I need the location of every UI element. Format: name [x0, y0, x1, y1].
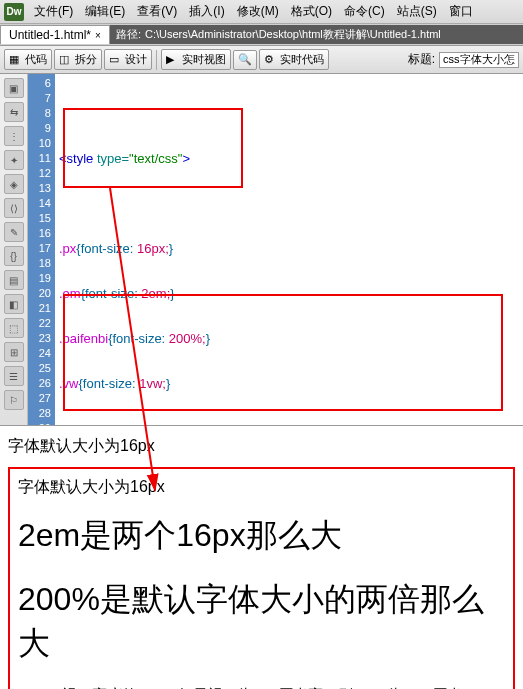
livecode-icon: ⚙ — [264, 53, 278, 67]
tool-icon-4[interactable]: ✦ — [4, 150, 24, 170]
tool-icon-10[interactable]: ◧ — [4, 294, 24, 314]
dreamweaver-logo: Dw — [4, 3, 24, 21]
title-input[interactable] — [439, 52, 519, 68]
path-bar: 路径: C:\Users\Administrator\Desktop\html教… — [110, 25, 523, 44]
tab-bar: Untitled-1.html* × 路径: C:\Users\Administ… — [0, 24, 523, 46]
menu-insert[interactable]: 插入(I) — [183, 1, 230, 22]
tool-icon-11[interactable]: ⬚ — [4, 318, 24, 338]
editor-area: ▣ ⇆ ⋮ ✦ ◈ ⟨⟩ ✎ {} ▤ ◧ ⬚ ⊞ ☰ ⚐ 6789101112… — [0, 74, 523, 426]
preview-em-text: 2em是两个16px那么大 — [18, 514, 505, 558]
close-icon[interactable]: × — [95, 30, 101, 41]
tool-icon-6[interactable]: ⟨⟩ — [4, 198, 24, 218]
path-value: C:\Users\Administrator\Desktop\html教程讲解\… — [145, 27, 441, 42]
menubar: Dw 文件(F) 编辑(E) 查看(V) 插入(I) 修改(M) 格式(O) 命… — [0, 0, 523, 24]
preview-px-text: 字体默认大小为16px — [18, 477, 505, 498]
separator — [156, 50, 157, 70]
preview-default-text: 字体默认大小为16px — [8, 436, 515, 457]
preview-pane: 字体默认大小为16px 字体默认大小为16px 2em是两个16px那么大 20… — [0, 426, 523, 689]
tool-icon-12[interactable]: ⊞ — [4, 342, 24, 362]
path-label: 路径: — [116, 27, 141, 42]
tool-icon-5[interactable]: ◈ — [4, 174, 24, 194]
menu-command[interactable]: 命令(C) — [338, 1, 391, 22]
code-toolbar: ▣ ⇆ ⋮ ✦ ◈ ⟨⟩ ✎ {} ▤ ◧ ⬚ ⊞ ☰ ⚐ — [0, 74, 28, 425]
tool-icon-3[interactable]: ⋮ — [4, 126, 24, 146]
live-icon: ▶ — [166, 53, 180, 67]
document-tab[interactable]: Untitled-1.html* × — [0, 25, 110, 44]
menu-view[interactable]: 查看(V) — [131, 1, 183, 22]
menu-file[interactable]: 文件(F) — [28, 1, 79, 22]
tool-icon-1[interactable]: ▣ — [4, 78, 24, 98]
view-toolbar: ▦代码 ◫拆分 ▭设计 ▶实时视图 🔍 ⚙实时代码 标题: — [0, 46, 523, 74]
menu-window[interactable]: 窗口 — [443, 1, 479, 22]
inspect-icon: 🔍 — [238, 53, 252, 67]
title-label: 标题: — [408, 51, 435, 68]
split-view-button[interactable]: ◫拆分 — [54, 49, 102, 70]
tool-icon-8[interactable]: {} — [4, 246, 24, 266]
code-view-button[interactable]: ▦代码 — [4, 49, 52, 70]
split-icon: ◫ — [59, 53, 73, 67]
tool-icon-14[interactable]: ⚐ — [4, 390, 24, 410]
tool-icon-9[interactable]: ▤ — [4, 270, 24, 290]
inspect-button[interactable]: 🔍 — [233, 50, 257, 70]
tool-icon-2[interactable]: ⇆ — [4, 102, 24, 122]
menu-modify[interactable]: 修改(M) — [231, 1, 285, 22]
design-view-button[interactable]: ▭设计 — [104, 49, 152, 70]
code-editor[interactable]: 6789101112131415161718192021222324252627… — [28, 74, 523, 425]
tool-icon-7[interactable]: ✎ — [4, 222, 24, 242]
design-icon: ▭ — [109, 53, 123, 67]
menu-edit[interactable]: 编辑(E) — [79, 1, 131, 22]
live-view-button[interactable]: ▶实时视图 — [161, 49, 231, 70]
preview-percent-text: 200%是默认字体大小的两倍那么大 — [18, 578, 505, 666]
tool-icon-13[interactable]: ☰ — [4, 366, 24, 386]
live-code-button[interactable]: ⚙实时代码 — [259, 49, 329, 70]
menu-format[interactable]: 格式(O) — [285, 1, 338, 22]
code-content[interactable]: <style type="text/css"> .px{font-size: 1… — [55, 74, 523, 425]
line-gutter: 6789101112131415161718192021222324252627… — [28, 74, 55, 425]
tab-title: Untitled-1.html* — [9, 28, 91, 42]
annotation-box-3: 字体默认大小为16px 2em是两个16px那么大 200%是默认字体大小的两倍… — [8, 467, 515, 689]
code-icon: ▦ — [9, 53, 23, 67]
menu-site[interactable]: 站点(S) — [391, 1, 443, 22]
